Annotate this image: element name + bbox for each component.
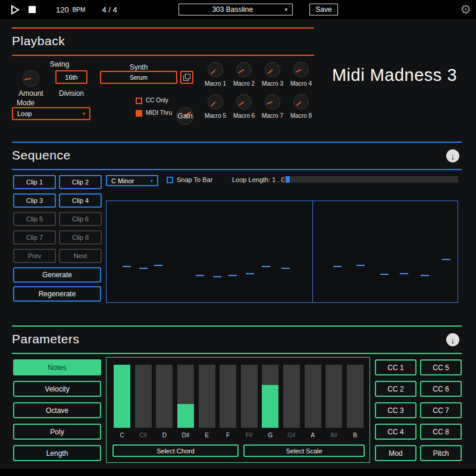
- midi-note[interactable]: [333, 266, 342, 267]
- note-bar-d#[interactable]: D#: [177, 365, 194, 439]
- macro-knob[interactable]: [265, 94, 280, 109]
- midi-thru-checkbox[interactable]: [136, 110, 142, 117]
- clip-button[interactable]: Clip 4: [59, 193, 102, 208]
- swing-label: Swing: [42, 60, 77, 68]
- macro-knob[interactable]: [208, 62, 223, 77]
- note-bar-g#[interactable]: G#: [283, 365, 300, 439]
- clip-button[interactable]: Clip 5: [13, 212, 56, 226]
- clip-button[interactable]: Clip 2: [59, 175, 102, 189]
- clip-grid: Clip 1Clip 2Clip 3Clip 4Clip 5Clip 6Clip…: [13, 175, 102, 263]
- tab-poly[interactable]: Poly: [13, 424, 101, 440]
- tab-octave[interactable]: Octave: [13, 402, 101, 418]
- select-scale-button[interactable]: Select Scale: [243, 444, 365, 457]
- macro-label: Macro 7: [262, 112, 283, 119]
- amount-label: Amount: [15, 89, 46, 98]
- cc-8-button[interactable]: CC 8: [420, 424, 462, 440]
- cc-5-button[interactable]: CC 5: [420, 359, 462, 375]
- midi-note[interactable]: [356, 265, 365, 266]
- generate-button[interactable]: Generate: [13, 267, 101, 283]
- preset-select[interactable]: 303 Bassline ▾: [178, 4, 293, 15]
- bpm-value[interactable]: 120: [56, 5, 69, 14]
- snap-to-bar-checkbox[interactable]: [167, 177, 173, 183]
- note-bar-f#[interactable]: F#: [241, 365, 258, 439]
- macro: Macro 4: [287, 62, 315, 87]
- cc-1-button[interactable]: CC 1: [375, 359, 416, 375]
- midi-note[interactable]: [281, 268, 290, 269]
- midi-note[interactable]: [380, 274, 389, 275]
- synth-value-box[interactable]: Serum: [100, 71, 177, 84]
- open-plugin-button[interactable]: [180, 71, 193, 84]
- save-button[interactable]: Save: [309, 4, 338, 15]
- midi-note[interactable]: [442, 259, 450, 260]
- next-button[interactable]: Next: [59, 249, 102, 263]
- clip-button[interactable]: Clip 1: [13, 175, 56, 189]
- midi-note[interactable]: [213, 276, 221, 277]
- macro: Macro 7: [258, 94, 287, 119]
- key-select[interactable]: C Minor ▾: [106, 175, 158, 186]
- play-icon[interactable]: [11, 5, 20, 15]
- midi-note[interactable]: [154, 265, 162, 266]
- bpm-unit-label: BPM: [73, 7, 86, 13]
- midi-note[interactable]: [228, 275, 237, 276]
- stop-icon[interactable]: [29, 6, 36, 13]
- note-bar-f[interactable]: F: [220, 365, 236, 439]
- clip-button[interactable]: Clip 6: [59, 212, 102, 226]
- select-chord-button[interactable]: Select Chord: [112, 444, 239, 457]
- swing-amount-knob[interactable]: [23, 70, 39, 87]
- midi-note[interactable]: [262, 266, 270, 267]
- mode-select[interactable]: Loop ▾: [12, 107, 90, 120]
- note-bar-d[interactable]: D: [156, 365, 173, 439]
- gear-icon[interactable]: ⚙: [460, 1, 471, 18]
- time-signature[interactable]: 4 / 4: [102, 5, 117, 14]
- cc-3-button[interactable]: CC 3: [375, 402, 416, 418]
- note-bar-b[interactable]: B: [347, 365, 364, 439]
- loop-length-slider[interactable]: [284, 176, 458, 183]
- note-bar-e[interactable]: E: [199, 365, 215, 439]
- cc-only-checkbox[interactable]: [136, 98, 142, 104]
- macro-knob[interactable]: [208, 94, 223, 109]
- cc-4-button[interactable]: CC 4: [375, 424, 416, 440]
- macro-knob[interactable]: [236, 94, 252, 109]
- clip-button[interactable]: Clip 3: [13, 193, 56, 208]
- note-bar-g[interactable]: G: [262, 365, 278, 439]
- division-label: Division: [52, 89, 90, 98]
- macro-knob[interactable]: [236, 62, 252, 77]
- piano-roll[interactable]: [106, 201, 458, 303]
- tab-length[interactable]: Length: [13, 445, 101, 461]
- app-window: 120 BPM 4 / 4 303 Bassline ▾ Save ⚙ Play…: [0, 0, 476, 476]
- sequence-export-icon[interactable]: ↓: [446, 149, 459, 162]
- pitch-button[interactable]: Pitch: [420, 445, 462, 461]
- macro: Macro 5: [201, 94, 230, 119]
- clip-button[interactable]: Clip 8: [59, 230, 102, 245]
- midi-note[interactable]: [139, 268, 148, 269]
- midi-note[interactable]: [421, 275, 429, 276]
- note-label: D: [162, 432, 167, 439]
- cc-6-button[interactable]: CC 6: [420, 381, 462, 397]
- note-bar-a[interactable]: A: [305, 365, 321, 439]
- cc-7-button[interactable]: CC 7: [420, 402, 462, 418]
- note-bar-c[interactable]: C: [114, 365, 130, 439]
- prev-button[interactable]: Prev: [13, 249, 56, 263]
- tab-velocity[interactable]: Velocity: [13, 381, 101, 397]
- midi-note[interactable]: [123, 266, 131, 267]
- note-label: B: [353, 432, 358, 439]
- macro-knob[interactable]: [265, 62, 280, 77]
- tab-notes[interactable]: Notes: [13, 359, 101, 375]
- note-bar-c#[interactable]: C#: [135, 365, 152, 439]
- macro-knob[interactable]: [293, 62, 309, 77]
- regenerate-button[interactable]: Regenerate: [13, 286, 101, 302]
- preset-value: 303 Bassline: [184, 5, 281, 14]
- midi-note[interactable]: [196, 275, 204, 276]
- parameters-export-icon[interactable]: ↓: [446, 333, 459, 346]
- macro-label: Macro 4: [290, 80, 312, 87]
- macro-knob[interactable]: [293, 94, 309, 109]
- division-value-box[interactable]: 16th: [55, 70, 87, 84]
- note-bar-a#[interactable]: A#: [325, 365, 342, 439]
- macro-label: Macro 6: [233, 112, 255, 119]
- clip-button[interactable]: Clip 7: [13, 230, 56, 245]
- midi-note[interactable]: [400, 273, 408, 274]
- cc-2-button[interactable]: CC 2: [375, 381, 416, 397]
- midi-note[interactable]: [246, 273, 254, 274]
- mod-button[interactable]: Mod: [375, 445, 416, 461]
- macro: Macro 2: [230, 62, 258, 87]
